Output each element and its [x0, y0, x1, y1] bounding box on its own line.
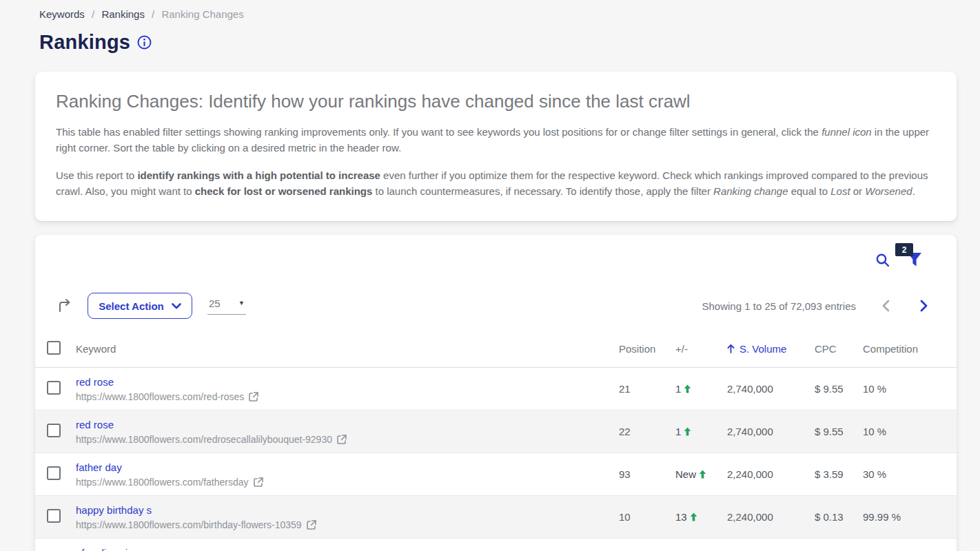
- breadcrumb-separator: /: [152, 8, 154, 20]
- column-header-competition[interactable]: Competition: [863, 334, 957, 368]
- change-value: 1: [675, 426, 681, 437]
- table-row: red rose https://www.1800flowers.com/red…: [35, 368, 957, 410]
- position-value: 22: [619, 410, 675, 453]
- pagination-prev-button[interactable]: [882, 300, 890, 312]
- table-row: of zodiac signs https://www.1800flowers.…: [35, 539, 957, 551]
- table-header-row: Keyword Position +/- S. Volume CPC Compe…: [35, 334, 957, 368]
- keyword-link[interactable]: red rose: [76, 376, 114, 388]
- volume-value: 2,740,000: [727, 368, 815, 410]
- volume-value: 2,240,000: [727, 453, 815, 496]
- external-link-icon[interactable]: [249, 392, 258, 402]
- rankings-table: Keyword Position +/- S. Volume CPC Compe…: [35, 334, 957, 551]
- row-checkbox[interactable]: [47, 424, 61, 437]
- competition-value: 99.99 %: [863, 496, 957, 539]
- select-all-checkbox[interactable]: [47, 341, 61, 355]
- column-header-change[interactable]: +/-: [675, 334, 727, 368]
- keyword-url: https://www.1800flowers.com/birthday-flo…: [76, 519, 302, 530]
- select-action-label: Select Action: [99, 300, 163, 312]
- competition-value: 30 %: [863, 453, 957, 496]
- page-title: Rankings: [39, 31, 130, 54]
- select-action-button[interactable]: Select Action: [88, 293, 192, 319]
- external-link-icon[interactable]: [337, 435, 347, 444]
- cpc-value: $ 9.55: [815, 410, 863, 453]
- filter-count-badge: 2: [895, 243, 913, 256]
- column-header-cpc[interactable]: CPC: [815, 334, 863, 368]
- caret-down-icon: ▼: [238, 300, 245, 306]
- competition-value: 10 %: [863, 410, 957, 453]
- arrow-up-icon: [690, 512, 697, 521]
- keyword-link[interactable]: father day: [76, 461, 122, 473]
- column-header-keyword[interactable]: Keyword: [76, 334, 619, 368]
- volume-value: 2,740,000: [727, 410, 815, 453]
- cpc-value: $ 9.55: [815, 368, 863, 410]
- position-value: 21: [619, 368, 675, 410]
- breadcrumb-current: Ranking Changes: [161, 8, 243, 20]
- page-size-select[interactable]: 25 ▼: [207, 298, 246, 315]
- intro-paragraph-2: Use this report to identify rankings wit…: [56, 168, 936, 199]
- arrow-up-icon: [684, 384, 691, 393]
- sort-arrow-up-icon: [727, 344, 735, 355]
- external-link-icon[interactable]: [307, 520, 316, 530]
- column-header-position[interactable]: Position: [619, 334, 675, 368]
- column-header-volume[interactable]: S. Volume: [727, 334, 815, 368]
- page-size-value: 25: [209, 298, 221, 309]
- breadcrumb-separator: /: [92, 8, 94, 20]
- volume-value: 2,240,000: [727, 496, 815, 539]
- breadcrumb-rankings[interactable]: Rankings: [101, 8, 145, 20]
- keyword-link[interactable]: happy birthday s: [76, 504, 152, 516]
- keyword-url: https://www.1800flowers.com/red-roses: [76, 391, 244, 402]
- table-row: father day https://www.1800flowers.com/f…: [35, 453, 957, 496]
- export-arrow-icon[interactable]: [57, 298, 73, 314]
- position-value: 85: [619, 539, 675, 551]
- cpc-value: $ 3.59: [815, 453, 863, 496]
- row-checkbox[interactable]: [47, 509, 61, 523]
- volume-value: 1,830,000: [727, 539, 815, 551]
- cpc-value: $ 0.13: [815, 496, 863, 539]
- intro-card: Ranking Changes: Identify how your ranki…: [35, 72, 957, 221]
- row-checkbox[interactable]: [47, 466, 61, 480]
- rankings-table-card: 2 Select Action: [35, 235, 957, 551]
- change-value: 1: [675, 383, 681, 395]
- showing-entries-text: Showing 1 to 25 of 72,093 entries: [702, 300, 857, 312]
- external-link-icon[interactable]: [254, 477, 263, 487]
- pagination-next-button[interactable]: [920, 300, 928, 312]
- breadcrumb-keywords[interactable]: Keywords: [39, 8, 85, 20]
- arrow-up-icon: [684, 427, 691, 436]
- keyword-url: https://www.1800flowers.com/fathersday: [76, 477, 249, 488]
- search-icon[interactable]: [875, 253, 890, 268]
- position-value: 93: [619, 453, 675, 496]
- position-value: 10: [619, 496, 675, 539]
- keyword-url: https://www.1800flowers.com/redrosecalla…: [76, 434, 332, 445]
- intro-paragraph-1: This table has enabled filter settings s…: [56, 125, 936, 156]
- arrow-up-icon: [699, 470, 706, 479]
- change-value: 13: [675, 511, 687, 523]
- keyword-link[interactable]: red rose: [76, 419, 114, 430]
- breadcrumb: Keywords / Rankings / Ranking Changes: [39, 0, 957, 20]
- table-row: happy birthday s https://www.1800flowers…: [35, 496, 957, 539]
- table-row: red rose https://www.1800flowers.com/red…: [35, 410, 957, 453]
- competition-value: 47 %: [863, 539, 957, 551]
- chevron-down-icon: [172, 303, 181, 309]
- cpc-value: $ 1.05: [815, 539, 863, 551]
- info-icon[interactable]: [137, 35, 152, 50]
- change-value: New: [675, 468, 696, 480]
- funnel-icon[interactable]: 2: [907, 251, 922, 268]
- keyword-link[interactable]: of zodiac signs: [76, 547, 144, 551]
- competition-value: 10 %: [863, 368, 957, 410]
- row-checkbox[interactable]: [47, 381, 61, 395]
- intro-heading: Ranking Changes: Identify how your ranki…: [56, 91, 936, 112]
